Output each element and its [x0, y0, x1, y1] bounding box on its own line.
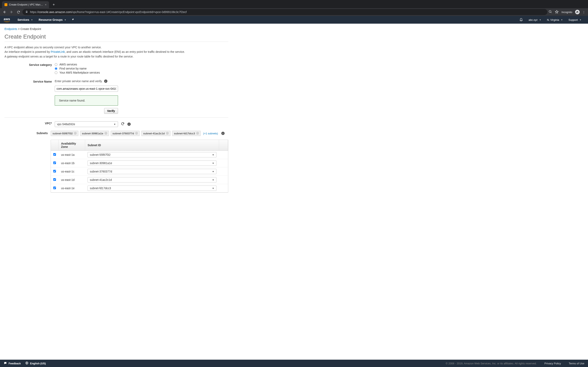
browser-right-controls: Incognito ⋮ [549, 10, 586, 14]
language-button[interactable]: English (US) [25, 361, 46, 365]
vpc-select[interactable]: vpc-548a592e ▼ [55, 121, 118, 127]
header-subnet-id: Subnet ID [85, 140, 219, 151]
header-spacer [219, 140, 228, 151]
row-checkbox[interactable] [53, 161, 56, 164]
subnet-tag[interactable]: subnet-fd17dcc3ⓧ [172, 131, 201, 136]
url-path: /vpc/home?region=us-east-1#CreateVpcEndp… [71, 10, 187, 14]
feedback-button[interactable]: Feedback [4, 361, 21, 365]
resource-groups-menu[interactable]: Resource Groups ▼ [36, 18, 69, 21]
subnet-select-value: subnet-41ac2c1d [90, 178, 112, 182]
service-name-label: Service Name [4, 80, 55, 114]
chevron-down-icon: ▼ [212, 179, 214, 181]
privacy-link[interactable]: Privacy Policy [545, 362, 561, 365]
remove-tag-icon[interactable]: ⓧ [104, 132, 107, 135]
incognito-icon [575, 10, 580, 14]
subnet-tag[interactable]: subnet-3760377dⓧ [111, 131, 140, 136]
radio-find-by-name-input[interactable] [55, 67, 57, 70]
service-name-row: Service Name Enter private service name … [4, 80, 228, 114]
refresh-button[interactable] [121, 122, 125, 127]
remove-tag-icon[interactable]: ⓧ [74, 132, 77, 135]
verify-button[interactable]: Verify [104, 108, 118, 114]
reload-button[interactable] [16, 9, 21, 15]
services-menu[interactable]: Services ▼ [15, 18, 36, 21]
more-subnets-link[interactable]: (+1 subnets) [203, 132, 218, 135]
notifications-button[interactable] [517, 18, 526, 22]
subnet-select[interactable]: subnet-30981a1e▼ [87, 160, 216, 166]
info-icon[interactable]: i [127, 123, 131, 126]
subnet-select[interactable]: subnet-55f87f32▼ [87, 152, 216, 157]
browser-tab[interactable]: Create Endpoint | VPC Manage × [2, 1, 49, 8]
close-icon[interactable]: × [45, 3, 47, 6]
subnet-select[interactable]: subnet-fd17dcc3▼ [87, 185, 216, 191]
success-text: Service name found. [59, 99, 85, 102]
subnets-label: Subnets [4, 131, 51, 193]
breadcrumb: Endpoints > Create Endpoint [4, 27, 228, 31]
account-menu[interactable]: abc.xyz ▼ [526, 18, 544, 21]
zoom-icon[interactable] [549, 10, 552, 14]
region-label: N. Virginia [547, 18, 559, 21]
subnet-select[interactable]: subnet-41ac2c1d▼ [87, 177, 216, 183]
kebab-menu-icon[interactable]: ⋮ [582, 11, 585, 14]
terms-link[interactable]: Terms of Use [569, 362, 584, 365]
remove-tag-icon[interactable]: ⓧ [166, 132, 169, 135]
radio-label: Find service by name [60, 67, 86, 70]
region-menu[interactable]: N. Virginia ▼ [544, 18, 566, 21]
page-scroll[interactable]: Endpoints > Create Endpoint Create Endpo… [0, 24, 588, 360]
pin-icon[interactable] [69, 18, 76, 22]
hint-text: Enter private service name and verify. [55, 80, 103, 83]
bell-icon [519, 18, 523, 22]
radio-aws-services[interactable]: AWS services [55, 63, 228, 66]
radio-find-by-name[interactable]: Find service by name [55, 67, 228, 70]
url-scheme: https:// [30, 10, 39, 14]
info-icon[interactable]: i [221, 132, 225, 135]
chevron-down-icon: ▼ [561, 19, 563, 21]
back-button[interactable] [2, 9, 7, 15]
radio-marketplace-input[interactable] [55, 71, 57, 74]
content-area: Endpoints > Create Endpoint Create Endpo… [0, 24, 233, 199]
table-row: us-east-1bsubnet-30981a1e▼ [51, 159, 228, 167]
service-name-input[interactable] [55, 86, 118, 92]
breadcrumb-sep: > [18, 27, 20, 31]
privatelink-link[interactable]: PrivateLink [51, 50, 65, 53]
language-label: English (US) [30, 362, 46, 365]
new-tab-button[interactable]: + [49, 3, 57, 8]
intro-line-3: A gateway endpoint serves as a target fo… [4, 54, 228, 59]
star-icon[interactable] [555, 10, 559, 14]
intro-line-2: An interface endpoint is powered by Priv… [4, 50, 228, 54]
remove-tag-icon[interactable]: ⓧ [135, 132, 138, 135]
table-row: us-east-1dsubnet-41ac2c1d▼ [51, 176, 228, 184]
vpc-value: vpc-548a592e [57, 123, 75, 126]
radio-aws-services-input[interactable] [55, 63, 57, 66]
support-menu[interactable]: Support ▼ [566, 18, 584, 21]
row-checkbox[interactable] [53, 153, 56, 156]
subnet-tag[interactable]: subnet-41ac2c1dⓧ [141, 131, 171, 136]
aws-logo[interactable]: aws [4, 17, 10, 22]
info-icon[interactable]: i [104, 80, 107, 83]
url-bar[interactable]: https://console.aws.amazon.com/vpc/home?… [22, 9, 547, 15]
vpc-row: VPC* vpc-548a592e ▼ i [4, 121, 228, 127]
subnet-tag[interactable]: subnet-55f87f32ⓧ [51, 131, 78, 136]
row-checkbox[interactable] [53, 170, 56, 173]
table-row: us-east-1csubnet-3760377d▼ [51, 167, 228, 176]
remove-tag-icon[interactable]: ⓧ [196, 132, 199, 135]
subnet-select[interactable]: subnet-3760377d▼ [87, 169, 216, 174]
subnet-table: Availability Zone Subnet ID us-east-1asu… [51, 140, 228, 193]
header-checkbox-col [51, 140, 59, 151]
subnet-tag[interactable]: subnet-30981a1eⓧ [80, 131, 109, 136]
page-title: Create Endpoint [4, 33, 228, 42]
row-checkbox[interactable] [53, 187, 56, 189]
breadcrumb-parent-link[interactable]: Endpoints [4, 27, 17, 31]
chevron-down-icon: ▼ [212, 154, 214, 156]
browser-tabbar: Create Endpoint | VPC Manage × + [0, 0, 588, 8]
forward-button[interactable] [9, 9, 14, 15]
chevron-down-icon: ▼ [579, 19, 581, 21]
svg-point-0 [549, 10, 551, 12]
browser-toolbar: https://console.aws.amazon.com/vpc/home?… [0, 8, 588, 16]
arrow-right-icon [9, 10, 13, 14]
row-checkbox[interactable] [53, 178, 56, 181]
radio-marketplace[interactable]: Your AWS Marketplace services [55, 71, 228, 74]
row-spacer [219, 159, 228, 167]
service-category-row: Service category AWS services Find servi… [4, 63, 228, 75]
intro-text: A VPC endpoint allows you to securely co… [4, 45, 228, 59]
reload-icon [17, 10, 20, 14]
